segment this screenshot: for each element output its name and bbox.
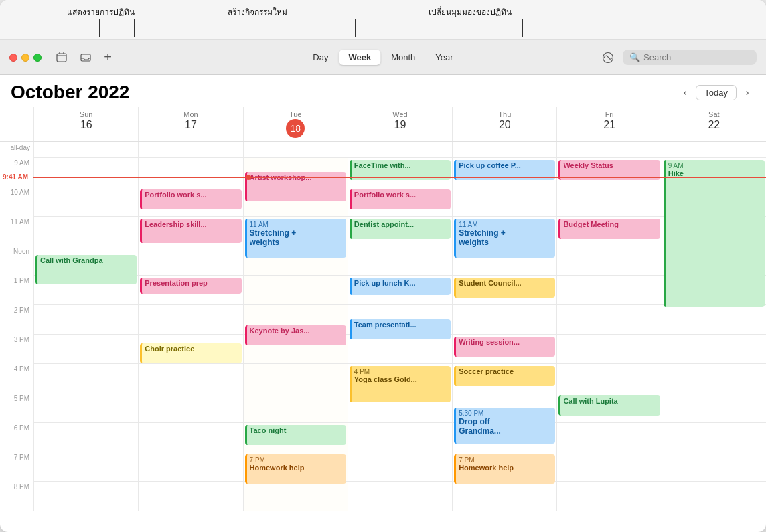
hour-sat-5[interactable]: [662, 393, 766, 422]
allday-sat: [662, 142, 766, 157]
event-call-lupita[interactable]: Call with Lupita: [558, 395, 660, 416]
event-pickup-coffee[interactable]: Pick up coffee P...: [454, 160, 555, 180]
hour-sun-4[interactable]: [34, 363, 138, 393]
event-homework-tue[interactable]: 7 PM Homework help: [245, 454, 346, 484]
hour-sat-3[interactable]: [662, 334, 766, 363]
hour-mon-6[interactable]: [139, 422, 242, 452]
hour-sun-8[interactable]: [34, 481, 138, 511]
hour-fri-1[interactable]: [557, 275, 661, 304]
hour-sat-2[interactable]: [662, 304, 766, 334]
hour-wed-8[interactable]: [348, 481, 452, 511]
hour-thu-10[interactable]: [453, 187, 556, 216]
prev-button[interactable]: ‹: [677, 84, 693, 100]
hour-sat-4[interactable]: [662, 363, 766, 393]
event-hike[interactable]: 9 AM Hike: [664, 160, 765, 307]
view-tabs: Day Week Month Year: [303, 50, 462, 65]
hour-mon-7[interactable]: [139, 452, 242, 481]
search-input[interactable]: [643, 52, 751, 62]
event-portfolio-wed[interactable]: Portfolio work s...: [350, 189, 451, 209]
fullscreen-button[interactable]: [33, 54, 42, 62]
event-team-presentation[interactable]: Team presentati...: [350, 319, 451, 339]
hour-sun-10[interactable]: [34, 187, 138, 216]
hour-sat-6[interactable]: [662, 422, 766, 452]
hour-sun-2[interactable]: [34, 304, 138, 334]
time-label-5pm: 5 PM: [0, 393, 33, 422]
event-leadership[interactable]: Leadership skill...: [140, 219, 241, 243]
event-writing-session[interactable]: Writing session...: [454, 337, 555, 357]
close-button[interactable]: [9, 54, 17, 62]
hour-mon-8[interactable]: [139, 481, 242, 511]
calendar-list-icon[interactable]: [52, 48, 71, 67]
hour-wed-7[interactable]: [348, 452, 452, 481]
hour-sun-11[interactable]: [34, 216, 138, 246]
time-label-8pm: 8 PM: [0, 481, 33, 511]
day-header-tue: Tue 18: [243, 107, 348, 141]
hour-mon-2[interactable]: [139, 304, 242, 334]
hour-fri-2[interactable]: [557, 304, 661, 334]
hour-fri-12[interactable]: [557, 246, 661, 275]
hour-sun-5[interactable]: [34, 393, 138, 422]
day-col-tue: Artist workshop... 11 AM Stretching +wei…: [243, 157, 348, 511]
event-student-council[interactable]: Student Council...: [454, 278, 555, 298]
minimize-button[interactable]: [21, 54, 29, 62]
event-drop-off-grandma[interactable]: 5:30 PM Drop offGrandma...: [454, 408, 555, 444]
hour-tue-1[interactable]: [244, 275, 348, 304]
day-header-mon: Mon 17: [138, 107, 242, 141]
hour-sat-8[interactable]: [662, 481, 766, 511]
hour-thu-8[interactable]: [453, 481, 556, 511]
hour-fri-7[interactable]: [557, 452, 661, 481]
hour-tue-5[interactable]: [244, 393, 348, 422]
hour-mon-4[interactable]: [139, 363, 242, 393]
event-artist-workshop[interactable]: Artist workshop...: [245, 172, 346, 201]
event-soccer-practice[interactable]: Soccer practice: [454, 366, 555, 386]
tab-day[interactable]: Day: [303, 50, 337, 65]
hour-sun-3[interactable]: [34, 334, 138, 363]
tab-month[interactable]: Month: [382, 50, 425, 65]
hour-fri-10[interactable]: [557, 187, 661, 216]
event-yoga[interactable]: 4 PM Yoga class Gold...: [350, 366, 451, 402]
hour-sun-7[interactable]: [34, 452, 138, 481]
event-stretching-thu[interactable]: 11 AM Stretching +weights: [454, 219, 555, 258]
hour-wed-12[interactable]: [348, 246, 452, 275]
hour-mon-5[interactable]: [139, 393, 242, 422]
today-button[interactable]: Today: [696, 85, 737, 100]
event-budget-meeting[interactable]: Budget Meeting: [558, 219, 660, 239]
event-presentation-prep[interactable]: Presentation prep: [140, 278, 241, 294]
calendar-area: October 2022 ‹ Today › Sun 16 Mon 17 Tue…: [0, 75, 766, 532]
next-button[interactable]: ›: [739, 84, 755, 100]
hour-sat-7[interactable]: [662, 452, 766, 481]
activity-icon[interactable]: [599, 48, 617, 67]
event-taco-night[interactable]: Taco night: [245, 425, 346, 445]
hour-fri-4[interactable]: [557, 363, 661, 393]
inbox-icon[interactable]: [76, 48, 95, 67]
event-choir-practice[interactable]: Choir practice: [140, 343, 241, 363]
hour-fri-3[interactable]: [557, 334, 661, 363]
event-portfolio-mon[interactable]: Portfolio work s...: [140, 189, 241, 209]
event-keynote[interactable]: Keynote by Jas...: [245, 325, 346, 345]
hour-fri-8[interactable]: [557, 481, 661, 511]
hour-tue-4[interactable]: [244, 363, 348, 393]
tab-year[interactable]: Year: [426, 50, 462, 65]
hour-thu-2[interactable]: [453, 304, 556, 334]
time-grid-wrapper: 9 AM 10 AM 11 AM Noon 1 PM 2 PM 3 PM 4 P…: [0, 157, 766, 532]
event-stretching-tue[interactable]: 11 AM Stretching +weights: [245, 219, 346, 258]
hour-mon-9[interactable]: [139, 157, 242, 187]
hour-tue-8[interactable]: [244, 481, 348, 511]
event-weekly-status[interactable]: Weekly Status: [558, 160, 660, 180]
hour-sun-6[interactable]: [34, 422, 138, 452]
add-event-button[interactable]: +: [100, 50, 115, 65]
search-icon: 🔍: [629, 52, 640, 62]
search-box[interactable]: 🔍: [623, 50, 757, 65]
hour-mon-12[interactable]: [139, 246, 242, 275]
hour-fri-6[interactable]: [557, 422, 661, 452]
event-dentist[interactable]: Dentist appoint...: [350, 219, 451, 239]
event-pickup-lunch[interactable]: Pick up lunch K...: [350, 278, 451, 295]
toolbar-right: 🔍: [599, 48, 757, 67]
hour-sun-9[interactable]: [34, 157, 138, 187]
tab-week[interactable]: Week: [339, 50, 380, 65]
event-call-grandpa[interactable]: Call with Grandpa: [35, 255, 137, 284]
event-homework-thu[interactable]: 7 PM Homework help: [454, 454, 555, 484]
event-facetime[interactable]: FaceTime with...: [350, 160, 451, 180]
hour-wed-6[interactable]: [348, 422, 452, 452]
calendar-title: October 2022: [11, 82, 129, 103]
